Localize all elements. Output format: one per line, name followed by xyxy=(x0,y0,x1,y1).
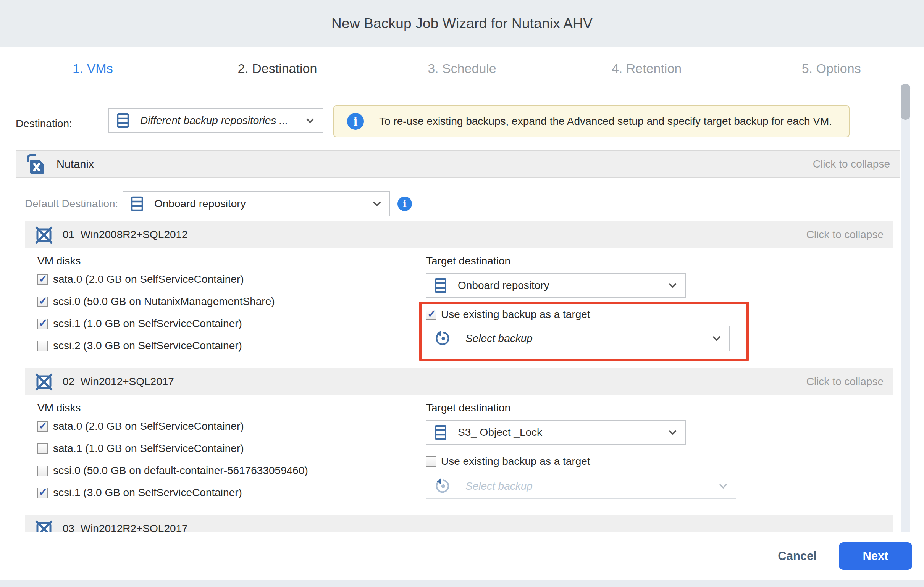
tab-options: 5. Options xyxy=(739,47,924,90)
vm-icon xyxy=(35,372,53,391)
disk-checkbox[interactable] xyxy=(38,444,48,454)
target-destination-value: S3_ Object _Lock xyxy=(458,426,542,439)
vm-section-header[interactable]: 01_Win2008R2+SQL2012 Click to collapse xyxy=(25,221,893,248)
tab-vms[interactable]: 1. VMs xyxy=(0,47,185,90)
repository-icon xyxy=(131,196,143,211)
info-icon: i xyxy=(347,113,364,130)
target-destination-value: Onboard repository xyxy=(458,279,549,292)
disk-checkbox[interactable] xyxy=(38,466,48,476)
target-destination-column: Target destination Onboard repository xyxy=(417,248,893,365)
tab-destination[interactable]: 2. Destination xyxy=(185,47,370,90)
disk-checkbox[interactable] xyxy=(38,319,48,329)
cluster-name: Nutanix xyxy=(56,158,94,171)
select-backup-value: Select backup xyxy=(465,332,533,345)
chevron-down-icon xyxy=(668,283,677,288)
cluster-section-header[interactable]: Nutanix Click to collapse xyxy=(16,150,900,178)
chevron-down-icon xyxy=(719,483,728,489)
disk-checkbox[interactable] xyxy=(38,341,48,351)
vm-disks-column: VM disks sata.0 (2.0 GB on SelfServiceCo… xyxy=(25,395,417,512)
default-destination-value: Onboard repository xyxy=(154,198,246,210)
disk-row[interactable]: sata.0 (2.0 GB on SelfServiceContainer) xyxy=(38,273,417,285)
vm-disks-title: VM disks xyxy=(38,255,417,267)
disk-row[interactable]: scsi.1 (3.0 GB on SelfServiceContainer) xyxy=(38,486,417,499)
wizard-steps: 1. VMs 2. Destination 3. Schedule 4. Ret… xyxy=(0,47,924,90)
target-destination-dropdown[interactable]: Onboard repository xyxy=(426,273,686,298)
disk-row[interactable]: scsi.0 (50.0 GB on NutanixManagementShar… xyxy=(38,295,417,308)
disk-label: sata.0 (2.0 GB on SelfServiceContainer) xyxy=(53,273,244,285)
target-destination-title: Target destination xyxy=(426,402,893,414)
use-existing-backup-checkbox[interactable] xyxy=(426,310,436,320)
restore-point-icon xyxy=(435,478,452,495)
disk-row[interactable]: scsi.2 (3.0 GB on SelfServiceContainer) xyxy=(38,340,417,352)
tab-schedule: 3. Schedule xyxy=(370,47,554,90)
wizard-footer: Cancel Next xyxy=(0,532,924,580)
select-backup-dropdown: Select backup xyxy=(426,474,736,499)
vm-section-header[interactable]: 02_Win2012+SQL2017 Click to collapse xyxy=(25,368,893,395)
vm-section-02: 02_Win2012+SQL2017 Click to collapse VM … xyxy=(25,368,893,512)
cluster-collapse-hint: Click to collapse xyxy=(813,158,890,170)
use-existing-backup-label: Use existing backup as a target xyxy=(441,455,590,468)
vm-icon xyxy=(35,519,53,533)
disk-label: scsi.0 (50.0 GB on NutanixManagementShar… xyxy=(53,295,275,308)
vm-disks-title: VM disks xyxy=(38,402,417,414)
target-destination-dropdown[interactable]: S3_ Object _Lock xyxy=(426,420,686,445)
disk-row[interactable]: scsi.1 (1.0 GB on SelfServiceContainer) xyxy=(38,318,417,330)
disk-label: sata.1 (1.0 GB on SelfServiceContainer) xyxy=(53,442,244,455)
use-existing-backup-row[interactable]: Use existing backup as a target xyxy=(426,308,730,321)
vm-collapse-hint: Click to collapse xyxy=(807,376,884,388)
disk-checkbox[interactable] xyxy=(38,297,48,307)
chevron-down-icon xyxy=(668,430,677,435)
use-existing-backup-checkbox[interactable] xyxy=(426,457,436,467)
disk-row[interactable]: scsi.0 (50.0 GB on default-container-561… xyxy=(38,465,417,477)
vm-collapse-hint: Click to collapse xyxy=(807,229,884,241)
vertical-scrollbar-thumb[interactable] xyxy=(901,84,910,120)
disk-label: scsi.1 (3.0 GB on SelfServiceContainer) xyxy=(53,486,242,499)
tab-retention: 4. Retention xyxy=(554,47,739,90)
target-destination-column: Target destination S3_ Object _Lock xyxy=(417,395,893,512)
vm-name: 02_Win2012+SQL2017 xyxy=(63,376,174,388)
chevron-down-icon xyxy=(306,118,314,123)
disk-row[interactable]: sata.0 (2.0 GB on SelfServiceContainer) xyxy=(38,420,417,432)
chevron-down-icon xyxy=(713,336,721,341)
destination-dropdown-value: Different backup repositories ... xyxy=(140,114,288,127)
wizard-dialog: New Backup Job Wizard for Nutanix AHV 1.… xyxy=(0,0,924,580)
next-button[interactable]: Next xyxy=(839,542,912,570)
disk-row[interactable]: sata.1 (1.0 GB on SelfServiceContainer) xyxy=(38,442,417,455)
repository-icon xyxy=(117,113,129,128)
vertical-scrollbar-track[interactable] xyxy=(901,84,910,546)
cancel-button[interactable]: Cancel xyxy=(778,549,817,563)
info-banner-text: To re-use existing backups, expand the A… xyxy=(379,115,832,127)
use-existing-backup-row[interactable]: Use existing backup as a target xyxy=(426,455,893,468)
use-existing-backup-group: Use existing backup as a target Select xyxy=(426,455,893,499)
vm-section-03-partial: 03_Win2012R2+SQL2017 xyxy=(25,515,893,533)
disk-label: scsi.0 (50.0 GB on default-container-561… xyxy=(53,465,308,477)
destination-label: Destination: xyxy=(16,112,72,135)
disk-label: scsi.2 (3.0 GB on SelfServiceContainer) xyxy=(53,340,242,352)
default-destination-label: Default Destination: xyxy=(25,191,118,216)
vm-section-header[interactable]: 03_Win2012R2+SQL2017 xyxy=(25,515,893,533)
select-backup-dropdown[interactable]: Select backup xyxy=(426,326,730,351)
default-destination-dropdown[interactable]: Onboard repository xyxy=(122,191,390,216)
use-existing-backup-label: Use existing backup as a target xyxy=(441,308,590,321)
wizard-header: New Backup Job Wizard for Nutanix AHV xyxy=(0,0,924,47)
chevron-down-icon xyxy=(373,201,381,206)
destination-step-content: Destination: Different backup repositori… xyxy=(0,91,924,533)
disk-checkbox[interactable] xyxy=(38,274,48,285)
select-backup-value: Select backup xyxy=(465,480,533,492)
vm-disks-column: VM disks sata.0 (2.0 GB on SelfServiceCo… xyxy=(25,248,417,365)
default-destination-info-icon[interactable]: i xyxy=(398,196,412,211)
repository-icon xyxy=(435,425,446,440)
destination-dropdown[interactable]: Different backup repositories ... xyxy=(109,109,323,133)
use-existing-backup-highlight: Use existing backup as a target Select xyxy=(419,302,749,361)
page-title: New Backup Job Wizard for Nutanix AHV xyxy=(332,16,592,32)
disk-label: scsi.1 (1.0 GB on SelfServiceContainer) xyxy=(53,318,242,330)
disk-label: sata.0 (2.0 GB on SelfServiceContainer) xyxy=(53,420,244,432)
repository-icon xyxy=(435,278,446,293)
vm-name: 01_Win2008R2+SQL2012 xyxy=(63,229,188,241)
vm-name: 03_Win2012R2+SQL2017 xyxy=(63,523,188,533)
nutanix-cluster-icon xyxy=(26,153,46,175)
disk-checkbox[interactable] xyxy=(38,488,48,498)
target-destination-title: Target destination xyxy=(426,255,893,267)
restore-point-icon xyxy=(435,330,452,347)
disk-checkbox[interactable] xyxy=(38,421,48,432)
